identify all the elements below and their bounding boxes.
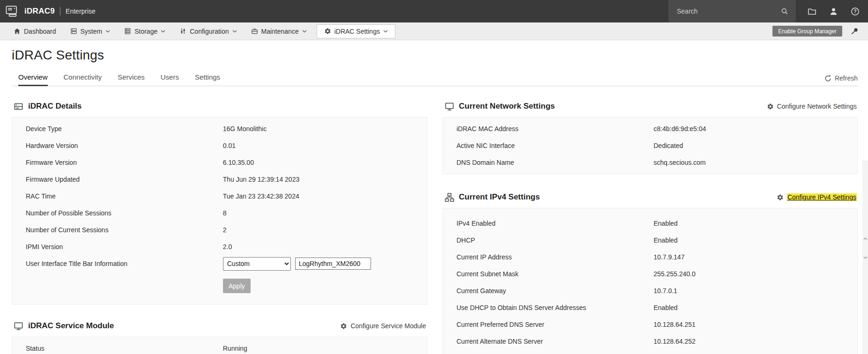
idrac-app: iDRAC9 Enterprise ? Dashboard <box>0 0 868 354</box>
detail-row: Active NIC InterfaceDedicated <box>443 137 858 154</box>
right-column: Current Network Settings Configure Netwo… <box>443 96 858 354</box>
monitor-icon <box>14 321 23 331</box>
row-value: 8 <box>223 209 420 217</box>
detail-row: IPv4 EnabledEnabled <box>443 215 858 232</box>
row-value: 0.01 <box>223 142 420 149</box>
detail-row: iDRAC MAC Addressc8:4b:d6:9d:e5:04 <box>443 120 858 137</box>
card-header: iDRAC Details <box>12 96 427 117</box>
scrollbar-track[interactable] <box>862 161 868 354</box>
row-label: IPMI Version <box>26 243 223 251</box>
topbar-right: ? <box>668 0 868 22</box>
nav-maintenance[interactable]: Maintenance <box>244 22 314 40</box>
row-label: Device Type <box>26 125 223 133</box>
configure-ipv4-settings-link[interactable]: Configure IPv4 Settings <box>777 193 857 201</box>
row-value: 10.7.0.1 <box>653 287 851 295</box>
row-value: schq.secious.com <box>653 159 851 166</box>
card-body: StatusRunning <box>12 337 427 354</box>
tab-users[interactable]: Users <box>161 69 179 86</box>
row-label: Current Preferred DNS Server <box>457 321 654 328</box>
gear-icon <box>777 194 784 201</box>
search-box <box>668 0 796 22</box>
brand-name: iDRAC9 <box>24 7 55 16</box>
configure-link-label: Configure Service Module <box>350 322 426 330</box>
card-header: iDRAC Service Module Configure Service M… <box>12 315 427 337</box>
tab-overview[interactable]: Overview <box>18 69 48 86</box>
row-value: Enabled <box>653 236 851 244</box>
pin-icon[interactable] <box>851 27 859 35</box>
help-icon[interactable]: ? <box>849 6 861 17</box>
server-icon <box>70 28 77 35</box>
tab-settings[interactable]: Settings <box>195 69 220 86</box>
detail-row: Current Gateway10.7.0.1 <box>443 282 858 299</box>
card-title: iDRAC Details <box>28 102 82 111</box>
user-icon[interactable] <box>828 6 839 17</box>
apply-cell: Apply <box>223 279 420 293</box>
service-module-card: iDRAC Service Module Configure Service M… <box>12 315 427 354</box>
scrollbar-up-button[interactable] <box>862 234 868 243</box>
card-body: iDRAC MAC Addressc8:4b:d6:9d:e5:04 Activ… <box>443 117 858 174</box>
detail-row: Current IP Address10.7.9.147 <box>443 249 858 266</box>
enable-group-manager-button[interactable]: Enable Group Manager <box>772 26 842 37</box>
sliders-icon <box>179 28 186 35</box>
gear-icon <box>340 323 347 330</box>
detail-row: DNS Domain Nameschq.secious.com <box>443 154 858 171</box>
main-nav: Dashboard System Storage Configuration M… <box>0 22 868 40</box>
row-value: 10.7.9.147 <box>653 253 851 261</box>
row-label: DHCP <box>457 236 654 244</box>
title-bar-select[interactable]: Custom <box>223 257 291 271</box>
detail-row: StatusRunning <box>12 340 427 354</box>
nav-dashboard[interactable]: Dashboard <box>7 22 63 40</box>
nav-storage[interactable]: Storage <box>117 22 172 40</box>
nav-label: iDRAC Settings <box>334 28 380 35</box>
search-icon[interactable] <box>781 7 788 15</box>
row-value: 255.255.240.0 <box>653 270 851 278</box>
folder-icon[interactable] <box>806 6 817 17</box>
refresh-button[interactable]: Refresh <box>824 74 858 86</box>
card-title: iDRAC Service Module <box>28 321 114 331</box>
card-body: Device Type16G Monolithic Hardware Versi… <box>12 117 427 305</box>
chevron-down-icon <box>105 30 110 33</box>
device-icon <box>14 102 23 111</box>
nav-idrac-settings[interactable]: iDRAC Settings <box>317 24 395 38</box>
tab-connectivity[interactable]: Connectivity <box>64 69 102 86</box>
network-settings-card: Current Network Settings Configure Netwo… <box>443 96 858 174</box>
nav-system[interactable]: System <box>63 22 118 40</box>
row-label: Status <box>26 345 223 352</box>
storage-icon <box>124 28 131 35</box>
row-label: Firmware Version <box>26 159 223 166</box>
nav-configuration[interactable]: Configuration <box>172 22 244 40</box>
row-label: RAC Time <box>26 192 223 200</box>
brand-divider <box>60 7 60 15</box>
row-label: DNS Domain Name <box>457 159 654 166</box>
detail-row: IPMI Version2.0 <box>12 238 427 255</box>
configure-service-module-link[interactable]: Configure Service Module <box>340 322 426 330</box>
scrollbar-down-button[interactable] <box>862 253 868 262</box>
edition-label: Enterprise <box>66 7 96 15</box>
row-label: Active NIC Interface <box>457 142 654 149</box>
refresh-label: Refresh <box>835 74 858 82</box>
detail-row: Use DHCP to Obtain DNS Server AddressesE… <box>443 299 858 316</box>
card-body: IPv4 EnabledEnabled DHCPEnabled Current … <box>443 208 858 354</box>
row-value: Tue Jan 23 23:42:38 2024 <box>223 192 420 200</box>
row-label: Number of Current Sessions <box>26 226 223 234</box>
apply-row: Apply <box>12 272 427 302</box>
apply-button[interactable]: Apply <box>223 279 251 293</box>
search-input[interactable] <box>676 7 781 15</box>
chevron-down-icon <box>302 30 307 33</box>
nav-label: Dashboard <box>24 28 56 35</box>
idrac-details-card: iDRAC Details Device Type16G Monolithic … <box>12 96 427 305</box>
page-title: iDRAC Settings <box>12 48 858 63</box>
title-bar-info-row: User Interface Title Bar Information Cus… <box>12 255 427 272</box>
configure-network-settings-link[interactable]: Configure Network Settings <box>767 103 857 110</box>
row-value: 10.128.64.251 <box>653 321 851 328</box>
configure-link-label: Configure Network Settings <box>777 103 857 110</box>
title-bar-controls: Custom <box>223 257 420 271</box>
detail-row: RAC TimeTue Jan 23 23:42:38 2024 <box>12 188 427 205</box>
row-label: Number of Possible Sessions <box>26 209 223 217</box>
row-label: Hardware Version <box>26 142 223 149</box>
chevron-down-icon <box>383 30 388 33</box>
row-value: Thu Jun 29 12:39:14 2023 <box>223 176 420 183</box>
tab-services[interactable]: Services <box>118 69 145 86</box>
tab-bar: Overview Connectivity Services Users Set… <box>12 69 858 86</box>
title-bar-input[interactable] <box>295 258 371 270</box>
